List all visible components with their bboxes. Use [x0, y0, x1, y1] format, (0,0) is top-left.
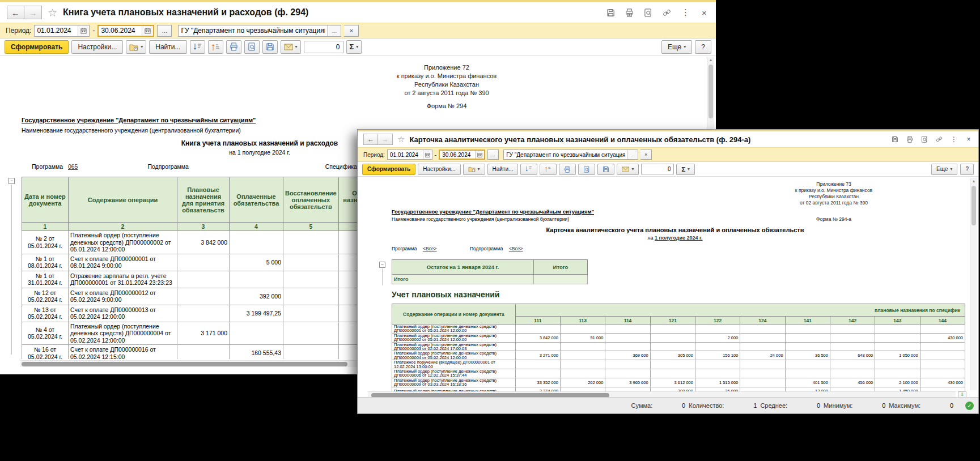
book-period-from-input[interactable] — [35, 25, 78, 36]
content-cell: Платежный ордер (поступление денежных ср… — [392, 325, 516, 334]
doc-cell: № 2 от 05.01.2024 г. — [22, 231, 69, 254]
column-header: Оплаченные обязательства — [230, 177, 283, 223]
group-collapse-toggle[interactable]: − — [379, 262, 385, 268]
more-button[interactable]: Еще▾ — [931, 164, 957, 175]
settings-button[interactable]: Настройки... — [71, 40, 123, 54]
subprogram-label: Подпрограмма — [470, 246, 503, 251]
calendar-icon[interactable] — [78, 25, 89, 36]
avg-value: 0 — [791, 402, 820, 409]
period-select-button[interactable]: ... — [157, 25, 172, 37]
program-value-link[interactable]: 065 — [68, 163, 78, 170]
find-button[interactable]: Найти... — [149, 40, 186, 54]
send-mail-button[interactable]: ▾ — [281, 40, 301, 54]
value-cell: 36 500 — [785, 351, 830, 360]
preview-icon[interactable] — [920, 135, 928, 143]
generate-button[interactable]: Сформировать — [5, 40, 69, 54]
organization-select-button[interactable]: ... — [627, 150, 638, 159]
content-cell: Платежный ордер (поступление денежных ср… — [392, 369, 516, 378]
sum-button[interactable]: Σ▾ — [346, 40, 362, 54]
collapse-groups-button[interactable] — [190, 40, 205, 54]
scroll-thumb[interactable] — [22, 362, 347, 366]
scroll-thumb[interactable] — [709, 65, 713, 118]
column-header: Дата и номер документа — [22, 177, 69, 223]
find-button[interactable]: Найти... — [487, 164, 519, 175]
settings-button[interactable]: Настройки... — [418, 164, 460, 175]
back-nav-button[interactable]: ← — [363, 134, 378, 145]
scroll-up-arrow[interactable]: ▴ — [970, 178, 977, 185]
organization-clear-button[interactable]: × — [344, 25, 359, 37]
organization-clear-button[interactable]: × — [640, 150, 652, 160]
program-value-link[interactable]: <Все> — [423, 246, 437, 251]
calendar-icon[interactable] — [475, 151, 484, 159]
book-organization-input[interactable] — [179, 25, 327, 36]
print-button[interactable] — [559, 164, 576, 175]
print-preview-button[interactable] — [578, 164, 595, 175]
report-variants-button[interactable]: ▾ — [463, 164, 485, 175]
subprogram-value-link[interactable]: <Все> — [509, 246, 523, 251]
more-menu-icon[interactable]: ⋮ — [950, 135, 958, 143]
scroll-up-arrow[interactable]: ▴ — [707, 57, 714, 63]
precision-counter-input[interactable] — [641, 164, 674, 174]
preview-icon[interactable] — [643, 8, 653, 18]
send-mail-button[interactable]: ▾ — [617, 164, 639, 175]
help-button[interactable]: ? — [960, 164, 974, 175]
spec-code-header: 121 — [650, 317, 695, 325]
doc-cell: № 12 от 05.02.2024 г. — [22, 288, 69, 305]
favorite-star-icon[interactable]: ☆ — [48, 6, 57, 19]
subtitle-period-link[interactable]: 1 полугодие 2024 г. — [655, 235, 702, 241]
forward-nav-button[interactable]: → — [24, 6, 42, 19]
caret-down-icon: ▾ — [478, 167, 480, 172]
generate-button[interactable]: Сформировать — [362, 164, 415, 175]
save-icon[interactable] — [891, 135, 899, 143]
count-value: 1 — [727, 402, 757, 409]
collapse-groups-button[interactable] — [520, 164, 537, 175]
close-icon[interactable]: × — [965, 135, 973, 143]
back-nav-button[interactable]: ← — [7, 6, 24, 19]
card-period-from-input[interactable] — [388, 150, 423, 159]
balance-table[interactable]: Остаток на 1 января 2024 г. Итого Итого — [392, 259, 588, 284]
card-vertical-scrollbar[interactable]: ▴ — [970, 178, 977, 390]
print-preview-button[interactable] — [244, 40, 260, 54]
period-select-button[interactable]: ... — [487, 150, 499, 160]
value-cell — [283, 322, 339, 345]
book-period-to-input[interactable] — [99, 26, 142, 36]
min-label: Минимум: — [824, 402, 852, 409]
print-button[interactable] — [226, 40, 241, 54]
report-subtitle: на 1 полугодие 2024 г. — [392, 235, 958, 241]
group-collapse-toggle[interactable]: − — [9, 178, 15, 184]
save-result-button[interactable] — [262, 40, 278, 54]
save-icon[interactable] — [606, 8, 616, 18]
report-variants-button[interactable]: ▾ — [126, 40, 146, 54]
favorite-star-icon[interactable]: ☆ — [397, 134, 405, 144]
expand-groups-button[interactable] — [208, 40, 223, 54]
value-cell: 456 000 — [830, 378, 875, 387]
card-period-to-input[interactable] — [440, 151, 475, 159]
calendar-icon[interactable] — [142, 26, 153, 36]
scroll-thumb[interactable] — [971, 186, 976, 225]
value-cell — [283, 305, 339, 322]
card-organization-input[interactable] — [504, 150, 627, 159]
value-cell: 430 000 — [920, 378, 965, 387]
calendar-icon[interactable] — [423, 150, 432, 159]
expand-groups-button[interactable] — [540, 164, 557, 175]
print-icon[interactable] — [625, 8, 634, 18]
close-icon[interactable]: × — [699, 8, 709, 18]
sum-button[interactable]: Σ▾ — [676, 164, 695, 175]
value-cell: 3 274 000 — [515, 387, 560, 391]
spec-code-header: 144 — [920, 317, 965, 325]
forward-nav-button[interactable]: → — [378, 134, 393, 145]
value-cell — [830, 325, 875, 334]
spec-label: Специфика — [325, 163, 357, 170]
more-menu-icon[interactable]: ⋮ — [681, 8, 690, 18]
link-icon[interactable] — [662, 8, 672, 18]
help-button[interactable]: ? — [695, 40, 711, 54]
card-table[interactable]: Содержание операции и номер документа пл… — [392, 304, 965, 391]
value-cell: 369 600 — [605, 351, 650, 360]
precision-counter-input[interactable] — [304, 41, 343, 53]
save-result-button[interactable] — [597, 164, 614, 175]
organization-select-button[interactable]: ... — [327, 25, 341, 36]
print-icon[interactable] — [906, 135, 914, 143]
value-cell: 3 171 000 — [177, 322, 230, 345]
more-button[interactable]: Еще▾ — [661, 40, 692, 54]
link-icon[interactable] — [935, 135, 943, 143]
